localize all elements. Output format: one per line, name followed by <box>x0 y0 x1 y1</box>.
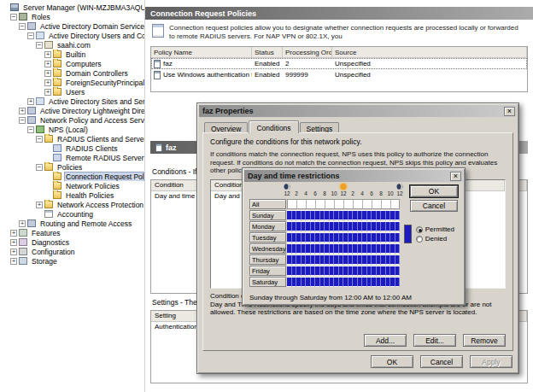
policy-source: Unspecified <box>332 58 527 69</box>
tree-item[interactable]: +Active Directory Sites and Services <box>0 97 144 106</box>
add-button[interactable]: Add... <box>364 334 407 347</box>
day-label-wednesday[interactable]: Wednesday <box>249 243 286 254</box>
expand-icon[interactable]: + <box>19 108 26 114</box>
day-label-friday[interactable]: Friday <box>249 266 286 276</box>
tree-item[interactable]: +Configuration <box>0 247 144 256</box>
collapse-icon[interactable]: − <box>19 23 26 30</box>
collapse-icon[interactable]: − <box>19 117 26 124</box>
daytime-dialog-titlebar[interactable]: Day and time restrictions × <box>244 170 463 182</box>
collapse-icon[interactable]: − <box>27 32 34 39</box>
column-header[interactable]: Status <box>252 47 283 57</box>
day-label-thursday[interactable]: Thursday <box>249 255 286 265</box>
ok-button[interactable]: OK <box>371 355 413 368</box>
expand-icon[interactable]: + <box>10 230 17 237</box>
tree-item-label: Roles <box>30 13 52 21</box>
policy-row[interactable]: fazEnabled2Unspecified <box>151 58 527 69</box>
expand-icon[interactable]: + <box>10 258 17 265</box>
policy-processing-order: 2 <box>283 58 332 69</box>
expand-icon[interactable]: + <box>36 202 43 208</box>
collapse-icon[interactable]: − <box>36 42 43 49</box>
tree-item[interactable]: Connection Request Policies <box>0 172 144 181</box>
tree-item[interactable]: +Domain Controllers <box>0 68 144 78</box>
tree-item[interactable]: +Network Access Protection <box>0 200 144 209</box>
folder-icon <box>53 60 62 67</box>
day-label-monday[interactable]: Monday <box>249 221 286 231</box>
hour-label: 12 <box>284 190 290 196</box>
day-label-tuesday[interactable]: Tuesday <box>249 232 286 243</box>
collapse-icon[interactable]: − <box>27 126 34 133</box>
tree-item[interactable]: +ForeignSecurityPrincipals <box>0 78 144 87</box>
day-row: Wednesday <box>249 243 400 255</box>
policy-row[interactable]: Use Windows authentication for all users… <box>151 69 527 80</box>
tree-item[interactable]: +Features <box>0 228 144 237</box>
day-label-saturday[interactable]: Saturday <box>249 277 286 287</box>
expand-icon[interactable]: + <box>27 98 34 105</box>
radio-permitted[interactable]: Permitted <box>416 225 454 234</box>
expand-icon[interactable]: + <box>44 61 51 67</box>
tree-item[interactable]: −Policies <box>0 162 144 172</box>
hour-cell[interactable] <box>395 255 401 265</box>
column-header[interactable]: Source <box>332 47 527 57</box>
tree-item[interactable]: +Routing and Remote Access <box>0 219 144 228</box>
expand-icon[interactable]: + <box>44 89 51 96</box>
tree-item[interactable]: −Active Directory Domain Services <box>0 21 144 31</box>
tree-item[interactable]: −RADIUS Clients and Servers <box>0 134 144 143</box>
cancel-button[interactable]: Cancel <box>410 200 458 212</box>
expand-icon[interactable]: + <box>44 51 51 58</box>
tree-item[interactable]: −Active Directory Users and Computers [ … <box>0 31 144 40</box>
column-header[interactable]: Policy Name <box>151 47 252 57</box>
cancel-button[interactable]: Cancel <box>420 355 463 368</box>
server-manager-window: Server Manager (WIN-MZJBMA3AQUM)−Roles−A… <box>0 0 533 392</box>
expand-icon[interactable]: + <box>44 70 51 77</box>
tree-item[interactable]: +Storage <box>0 256 144 266</box>
tree-item[interactable]: −saahi.com <box>0 40 144 50</box>
expand-icon[interactable]: + <box>10 249 17 255</box>
permission-legend: PermittedDenied <box>404 225 454 243</box>
tree-item-label: Active Directory Sites and Services <box>47 97 144 106</box>
expand-icon[interactable]: + <box>44 79 51 86</box>
tree-item-label: Remote RADIUS Server Groups <box>64 154 144 162</box>
tree-item[interactable]: −NPS (Local) <box>0 125 144 134</box>
column-select-strip[interactable] <box>287 199 400 209</box>
tree-item[interactable]: Remote RADIUS Server Groups <box>0 153 144 162</box>
tree-item[interactable]: +Users <box>0 87 144 97</box>
edit-button[interactable]: Edit... <box>413 334 456 347</box>
collapse-icon[interactable]: − <box>10 14 17 20</box>
features-icon <box>19 229 27 237</box>
folder-icon <box>53 50 62 58</box>
expand-icon[interactable]: + <box>10 239 17 246</box>
close-icon[interactable]: × <box>450 172 461 181</box>
collapse-icon[interactable]: − <box>36 164 43 171</box>
tree-item[interactable]: +Active Directory Lightweight Directory … <box>0 106 144 115</box>
hour-cell[interactable] <box>395 278 401 287</box>
tree-item[interactable]: +Computers <box>0 59 144 68</box>
tree-item[interactable]: RADIUS Clients <box>0 143 144 153</box>
column-header[interactable]: Processing Order <box>283 47 332 57</box>
tree-item[interactable]: +Builtin <box>0 50 144 59</box>
collapse-icon[interactable]: − <box>36 136 43 143</box>
tree-item[interactable]: +Diagnostics <box>0 237 144 247</box>
hour-cell[interactable] <box>395 244 401 254</box>
radio-denied[interactable]: Denied <box>416 234 454 243</box>
ok-button[interactable]: OK <box>410 185 458 197</box>
tree-item[interactable]: Health Policies <box>0 190 144 200</box>
hour-cell[interactable] <box>395 233 401 243</box>
snapin-icon <box>36 32 44 39</box>
tree-item[interactable]: −Network Policy and Access Services <box>0 115 144 125</box>
remove-button[interactable]: Remove <box>463 334 506 347</box>
role-icon <box>27 22 36 30</box>
expand-icon[interactable]: + <box>19 220 26 227</box>
tab-conditions[interactable]: Conditions <box>249 120 298 133</box>
hour-cell[interactable] <box>395 222 401 231</box>
day-label-all[interactable]: All <box>249 199 286 209</box>
hour-cell[interactable] <box>395 211 401 220</box>
properties-dialog-titlebar[interactable]: faz Properties × <box>199 105 517 117</box>
close-icon[interactable]: × <box>504 107 515 116</box>
policy-name-cell: faz <box>151 58 252 69</box>
hour-cell[interactable] <box>395 266 401 276</box>
day-label-sunday[interactable]: Sunday <box>249 210 286 220</box>
tree-item[interactable]: Server Manager (WIN-MZJBMA3AQUM) <box>0 3 144 12</box>
tree-item[interactable]: Network Policies <box>0 181 144 190</box>
tree-item[interactable]: −Roles <box>0 12 144 21</box>
tree-item[interactable]: Accounting <box>0 209 144 219</box>
